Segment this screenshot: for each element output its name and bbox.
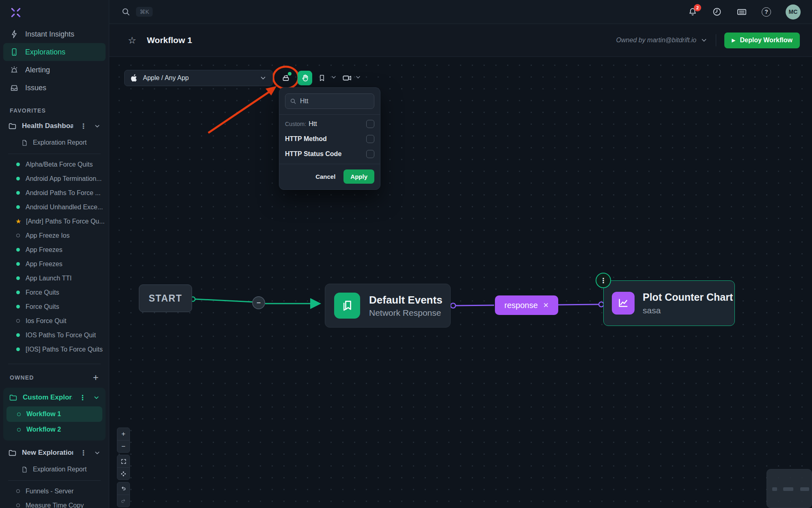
minimap[interactable] (767, 469, 812, 508)
favorites-doc-exploration-report[interactable]: Exploration Report (0, 135, 109, 150)
kebab-menu-icon[interactable]: ⋮ (78, 122, 89, 130)
item-label: Funnels - Server (26, 488, 73, 495)
node-menu-button[interactable]: ⋮ (596, 273, 611, 288)
source-handle[interactable] (451, 303, 456, 308)
green-dot-marker (16, 347, 20, 351)
global-search[interactable]: ⌘K (109, 7, 153, 17)
green-dot-marker (16, 276, 20, 280)
hollow-green-dot-marker (17, 428, 21, 432)
recording-dropdown-chevron[interactable] (355, 74, 361, 80)
owned-folder-custom-explorations[interactable]: Custom Explorati... ⋮ (3, 389, 106, 406)
history-button[interactable] (712, 7, 722, 17)
list-item[interactable]: Force Quits (0, 300, 109, 314)
list-item[interactable]: Android Unhandled Exce... (0, 200, 109, 214)
auto-layout-button[interactable] (117, 467, 130, 480)
green-dot-marker (16, 262, 20, 266)
sidebar-item-workflow-2[interactable]: Workflow 2 (6, 422, 102, 437)
pan-tool-button[interactable] (298, 71, 312, 85)
sidebar-item-issues[interactable]: Issues (3, 79, 106, 97)
list-item[interactable]: Funnels - Server (0, 484, 109, 498)
list-item[interactable]: App Freezes (0, 243, 109, 257)
app-logo[interactable] (0, 0, 109, 25)
undo-button[interactable] (117, 482, 130, 495)
kebab-menu-icon[interactable]: ⋮ (78, 449, 89, 457)
item-label: [IOS] Paths To Force Quits (26, 346, 103, 353)
play-icon: ▶ (732, 37, 735, 43)
item-label: Ios Force Quit (26, 317, 66, 325)
list-item[interactable]: IOS Paths To Force Quit (0, 328, 109, 342)
list-item[interactable]: App Freeze Ios (0, 228, 109, 243)
filter-option-http-method[interactable]: HTTP Method (285, 131, 374, 146)
app-selector-dropdown[interactable]: Apple / Any App (124, 70, 273, 86)
recording-button[interactable] (341, 71, 354, 85)
chevron-down-icon[interactable] (94, 123, 101, 130)
item-label: [Andr] Paths To Force Qu... (26, 218, 105, 225)
checkbox[interactable] (366, 135, 374, 143)
device-filter-button[interactable] (279, 71, 293, 85)
remove-edge-button[interactable]: − (252, 296, 265, 309)
list-item[interactable]: App Launch TTI (0, 271, 109, 285)
avatar[interactable]: MC (786, 4, 801, 20)
sidebar-item-workflow-1[interactable]: Workflow 1 (6, 406, 102, 422)
list-item[interactable]: [IOS] Paths To Force Quits (0, 342, 109, 356)
plus-icon: + (121, 430, 125, 438)
start-node[interactable]: START (139, 284, 192, 312)
list-item[interactable]: Android Paths To Force ... (0, 186, 109, 200)
favorite-star-icon[interactable]: ☆ (128, 35, 136, 46)
checkbox[interactable] (366, 150, 374, 158)
list-item[interactable]: Ios Force Quit (0, 314, 109, 328)
remove-label-icon[interactable]: ✕ (543, 301, 549, 310)
zoom-in-button[interactable]: + (117, 428, 130, 440)
list-item[interactable]: Force Quits (0, 285, 109, 300)
kebab-menu-icon[interactable]: ⋮ (78, 393, 88, 402)
workflow-canvas[interactable]: Apple / Any App (109, 57, 812, 508)
list-item[interactable]: App Freezes (0, 257, 109, 271)
redo-button[interactable] (117, 495, 130, 507)
owned-doc-exploration-report[interactable]: Exploration Report (0, 462, 109, 477)
minus-icon: − (257, 299, 261, 307)
inbox-tray-icon (10, 83, 19, 92)
notification-badge: 2 (694, 4, 701, 11)
default-events-node[interactable]: Default Events Network Response (325, 284, 451, 328)
owner-dropdown[interactable] (700, 37, 708, 44)
favorites-folder-health-dashboard[interactable]: Health Dashboard... ⋮ (0, 117, 109, 135)
deploy-workflow-button[interactable]: ▶ Deploy Workflow (724, 33, 800, 48)
plot-counter-chart-node[interactable]: Plot Counter Chart sasa (603, 280, 735, 326)
owned-by-label: Owned by martin@bitdrift.io (616, 37, 697, 44)
sidebar-item-explorations[interactable]: Explorations (3, 43, 106, 61)
filter-option-http-status-code[interactable]: HTTP Status Code (285, 146, 374, 161)
help-button[interactable]: ? (762, 7, 771, 17)
list-item[interactable]: Alpha/Beta Force Quits (0, 157, 109, 172)
hand-icon (301, 74, 309, 82)
bookmarks-button[interactable] (316, 71, 328, 85)
list-item[interactable]: ★[Andr] Paths To Force Qu... (0, 214, 109, 228)
add-exploration-button[interactable]: + (93, 373, 99, 382)
chevron-down-icon[interactable] (94, 449, 101, 456)
cancel-button[interactable]: Cancel (315, 173, 335, 180)
filter-search-input[interactable] (300, 98, 369, 105)
checkbox[interactable] (366, 120, 374, 128)
node-title: Plot Counter Chart (643, 291, 733, 304)
owned-folder-new-exploration[interactable]: New Exploration ⋮ (0, 444, 109, 462)
filter-option-custom[interactable]: Custom: Htt (285, 116, 374, 131)
apply-button[interactable]: Apply (343, 169, 374, 184)
list-item[interactable]: Measure Time Copy (0, 498, 109, 508)
keyboard-icon (736, 7, 747, 17)
sidebar-item-alerting[interactable]: Alerting (3, 61, 106, 79)
chevron-down-icon[interactable] (93, 394, 100, 401)
list-item[interactable]: Android App Termination... (0, 172, 109, 186)
annotation-arrow (208, 91, 270, 133)
keyboard-shortcuts-button[interactable] (736, 7, 747, 17)
bookmarks-dropdown-chevron[interactable] (330, 74, 337, 80)
folder-label: Custom Explorati... (23, 393, 72, 402)
zoom-out-button[interactable]: − (117, 440, 130, 452)
fit-view-button[interactable] (117, 455, 130, 467)
edge-label-response[interactable]: response ✕ (495, 295, 558, 315)
notifications-button[interactable]: 2 (688, 7, 698, 17)
kebab-menu-icon: ⋮ (600, 276, 607, 285)
sidebar-item-instant-insights[interactable]: Instant Insights (3, 25, 106, 43)
hollow-dot-marker (16, 489, 20, 493)
folder-icon (9, 393, 17, 402)
clock-icon (712, 7, 722, 17)
search-icon (290, 98, 296, 104)
